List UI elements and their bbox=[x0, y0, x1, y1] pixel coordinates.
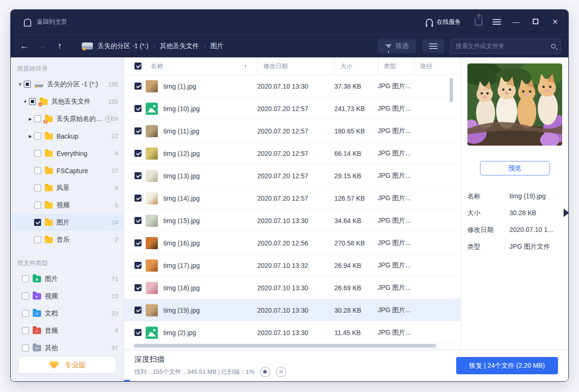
row-checkbox[interactable] bbox=[134, 150, 141, 157]
table-row[interactable]: timg (1).jpg 2020.07.10 13:30 37.38 KB J… bbox=[124, 75, 461, 98]
column-name[interactable]: 名称 bbox=[151, 62, 163, 70]
horizontal-scrollbar[interactable] bbox=[134, 344, 436, 348]
row-checkbox[interactable] bbox=[134, 83, 141, 90]
view-mode-button[interactable] bbox=[423, 39, 444, 53]
pro-version-button[interactable]: 专业版 bbox=[18, 356, 116, 374]
sidebar-tree-item[interactable]: ▶ ? 丢失原始名的文件? 59 bbox=[11, 110, 124, 127]
tree-item-checkbox[interactable] bbox=[22, 327, 29, 334]
table-row[interactable]: timg (16).jpg 2020.07.20 12:56 270.58 KB… bbox=[124, 232, 461, 254]
table-row[interactable]: timg (12).jpg 2020.07.20 12:57 66.14 KB … bbox=[124, 142, 461, 165]
row-checkbox[interactable] bbox=[134, 105, 141, 112]
search-icon[interactable] bbox=[551, 44, 556, 49]
table-row[interactable]: timg (19).jpg 2020.07.10 13:30 30.28 KB … bbox=[124, 299, 461, 322]
forward-button[interactable]: → bbox=[36, 41, 48, 51]
sidebar-filetype-item[interactable]: ▸ 视频 10 bbox=[11, 287, 124, 305]
table-row[interactable]: timg (18).jpg 2020.07.10 13:30 26.69 KB … bbox=[124, 277, 461, 299]
sidebar-filetype-item[interactable]: ♪ 音频 4 bbox=[11, 322, 124, 339]
expand-arrow-icon[interactable]: ▶ bbox=[27, 117, 34, 121]
table-row[interactable]: timg (10).jpg 2020.07.20 12:57 241.73 KB… bbox=[124, 98, 461, 120]
tree-item-checkbox[interactable] bbox=[34, 115, 41, 122]
sidebar-tree-item[interactable]: ▶ Backup 22 bbox=[11, 127, 124, 145]
minimize-button[interactable]: — bbox=[511, 17, 521, 27]
file-date: 2020.07.20 12:57 bbox=[257, 172, 334, 180]
row-checkbox[interactable] bbox=[134, 217, 141, 224]
sidebar-tree-item[interactable]: 视频 5 bbox=[11, 196, 124, 214]
file-thumbnail bbox=[146, 170, 158, 182]
select-all-checkbox[interactable] bbox=[134, 63, 141, 70]
tree-item-checkbox[interactable] bbox=[34, 133, 41, 140]
preview-button[interactable]: 预览 bbox=[480, 161, 550, 175]
tree-item-checkbox[interactable] bbox=[22, 344, 29, 351]
sidebar-tree-item[interactable]: 风景 9 bbox=[11, 179, 124, 196]
image-file-icon bbox=[146, 327, 158, 339]
tree-item-count: 37 bbox=[112, 344, 118, 351]
file-type: JPG 图片... bbox=[378, 306, 414, 315]
back-button[interactable]: ← bbox=[18, 41, 30, 51]
row-checkbox[interactable] bbox=[134, 262, 141, 269]
table-row[interactable]: timg (2).jpg 2020.07.10 13:30 11.45 KB J… bbox=[124, 322, 461, 344]
online-service-button[interactable]: 在线服务 bbox=[426, 18, 461, 26]
vertical-scrollbar[interactable] bbox=[450, 78, 453, 102]
sidebar-tree-item[interactable]: 图片 24 bbox=[11, 214, 124, 231]
row-checkbox[interactable] bbox=[134, 307, 141, 314]
file-size: 180.65 KB bbox=[334, 127, 378, 135]
tree-item-checkbox[interactable] bbox=[22, 275, 29, 282]
home-icon[interactable] bbox=[23, 18, 32, 26]
collapse-panel-icon[interactable] bbox=[564, 209, 569, 217]
row-checkbox[interactable] bbox=[134, 195, 141, 202]
tree-item-checkbox[interactable] bbox=[34, 202, 41, 209]
tree-item-checkbox[interactable] bbox=[24, 81, 31, 88]
maximize-button[interactable] bbox=[531, 17, 540, 27]
sidebar-filetype-item[interactable]: ▲ 图片 71 bbox=[11, 270, 124, 287]
column-path[interactable]: 路径 bbox=[414, 57, 461, 75]
detail-label: 名称 bbox=[467, 192, 509, 201]
tree-item-checkbox[interactable] bbox=[34, 219, 41, 226]
breadcrumb-item[interactable]: 丢失的分区 -1 (*:) bbox=[98, 42, 148, 50]
sidebar-tree-item[interactable]: FSCapture 10 bbox=[11, 162, 124, 179]
menu-icon[interactable] bbox=[493, 19, 501, 25]
sidebar-filetype-item[interactable]: ⋯ 其他 37 bbox=[11, 339, 124, 357]
row-checkbox[interactable] bbox=[134, 127, 141, 134]
column-size[interactable]: 大小 bbox=[334, 57, 378, 75]
tree-item-checkbox[interactable] bbox=[22, 293, 29, 300]
back-to-home-button[interactable]: 返回到主页 bbox=[37, 18, 67, 26]
tree-item-checkbox[interactable] bbox=[34, 184, 41, 191]
table-row[interactable]: timg (17).jpg 2020.07.10 13:32 26.94 KB … bbox=[124, 254, 461, 277]
column-date[interactable]: 修改日期 bbox=[257, 57, 334, 75]
row-checkbox[interactable] bbox=[134, 329, 141, 336]
table-row[interactable]: timg (15).jpg 2020.07.10 13:30 34.64 KB … bbox=[124, 210, 461, 232]
file-date: 2020.07.10 13:30 bbox=[257, 329, 334, 336]
sidebar-filetype-item[interactable]: ≡ 文档 33 bbox=[11, 305, 124, 322]
column-type[interactable]: 类型 bbox=[378, 57, 414, 75]
sidebar-tree-item[interactable]: Everything 4 bbox=[11, 145, 124, 162]
sidebar-tree-item[interactable]: 音乐 2 bbox=[11, 231, 124, 248]
table-row[interactable]: timg (11).jpg 2020.07.20 12:57 180.65 KB… bbox=[124, 120, 461, 142]
table-row[interactable]: timg (13).jpg 2020.07.20 12:57 29.15 KB … bbox=[124, 165, 461, 187]
close-button[interactable]: ✕ bbox=[551, 17, 560, 27]
row-checkbox[interactable] bbox=[134, 172, 141, 179]
tree-item-checkbox[interactable] bbox=[34, 167, 41, 174]
stop-scan-button[interactable] bbox=[260, 367, 270, 377]
row-checkbox[interactable] bbox=[134, 284, 141, 291]
sidebar-tree-item[interactable]: ▼ – 其他丢失文件 155 bbox=[11, 93, 124, 110]
recover-button[interactable]: 恢复 | 24个文件 (2.20 MB) bbox=[456, 357, 558, 374]
breadcrumb-item[interactable]: 图片 bbox=[211, 42, 224, 50]
pause-scan-button[interactable] bbox=[276, 367, 286, 377]
share-icon[interactable] bbox=[475, 18, 482, 26]
expand-arrow-icon[interactable]: ▶ bbox=[27, 134, 34, 139]
tree-item-checkbox[interactable] bbox=[22, 310, 29, 317]
row-checkbox[interactable] bbox=[134, 239, 141, 246]
sort-asc-icon[interactable]: ↑ bbox=[244, 63, 247, 70]
tree-item-checkbox[interactable] bbox=[34, 150, 41, 157]
sidebar-tree-item[interactable]: ▼ 丢失的分区 -1 (*:) 155 bbox=[11, 76, 124, 93]
filter-button[interactable]: 筛选 bbox=[378, 39, 416, 53]
tree-item-checkbox[interactable] bbox=[34, 236, 41, 243]
expand-arrow-icon[interactable]: ▼ bbox=[21, 99, 29, 104]
up-button[interactable]: ↑ bbox=[54, 41, 66, 51]
tree-item-checkbox[interactable] bbox=[29, 98, 36, 105]
search-input[interactable] bbox=[456, 42, 551, 49]
expand-arrow-icon[interactable]: ▼ bbox=[16, 82, 24, 87]
table-row[interactable]: timg (14).jpg 2020.07.20 12:57 126.57 KB… bbox=[124, 187, 461, 210]
breadcrumb-item[interactable]: 其他丢失文件 bbox=[160, 42, 199, 50]
help-icon[interactable]: ? bbox=[105, 116, 112, 122]
